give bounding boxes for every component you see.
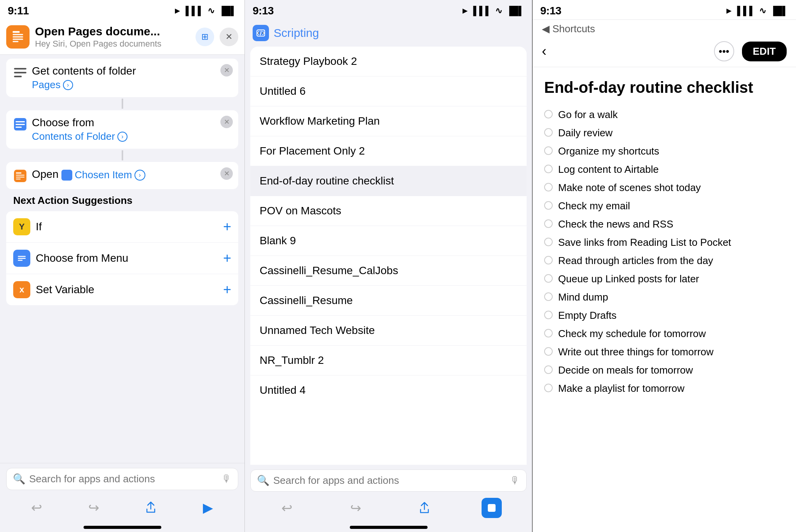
suggestion-choose-menu[interactable]: Choose from Menu + bbox=[6, 243, 238, 274]
status-time-p2: 9:13 bbox=[253, 5, 274, 17]
svg-rect-5 bbox=[14, 68, 26, 70]
close-button[interactable]: ✕ bbox=[220, 28, 238, 46]
file-item-1[interactable]: Untitled 6 bbox=[250, 76, 527, 106]
file-item-9[interactable]: Unnamed Tech Website bbox=[250, 316, 527, 346]
back-button-p3[interactable]: ‹ bbox=[542, 43, 550, 59]
check-circle-4[interactable] bbox=[544, 183, 553, 191]
file-item-2[interactable]: Workflow Marketing Plan bbox=[250, 106, 527, 136]
card-choose-title: Choose from bbox=[32, 116, 231, 129]
status-icons-p1: ► ▌▌▌ ∿ ▐█▌ bbox=[173, 6, 237, 16]
check-circle-14[interactable] bbox=[544, 365, 553, 374]
panel-shortcuts-workflow: 9:11 ► ▌▌▌ ∿ ▐█▌ Open Pages docume... He… bbox=[0, 0, 245, 532]
card-open-title: Open Chosen Item › bbox=[32, 168, 231, 181]
check-circle-12[interactable] bbox=[544, 329, 553, 337]
card-get-contents-subtitle: Pages › bbox=[32, 79, 231, 91]
signal-icon-p1: ▌▌▌ bbox=[185, 6, 204, 16]
location-icon-p1: ► bbox=[173, 6, 182, 16]
share-icon bbox=[145, 501, 157, 514]
check-circle-7[interactable] bbox=[544, 238, 553, 246]
check-circle-0[interactable] bbox=[544, 110, 553, 118]
checklist-item-3: Log content to Airtable bbox=[544, 160, 784, 179]
wifi-icon-p1: ∿ bbox=[208, 6, 215, 16]
share-button-p1[interactable] bbox=[139, 498, 162, 517]
workflow-card-get-contents[interactable]: Get contents of folder Pages › ✕ bbox=[6, 59, 238, 97]
edit-button[interactable]: EDIT bbox=[742, 42, 787, 61]
checklist-item-4: Make note of scenes shot today bbox=[544, 179, 784, 197]
check-circle-15[interactable] bbox=[544, 384, 553, 392]
search-input-p1[interactable] bbox=[29, 473, 218, 485]
mic-icon-p1[interactable]: 🎙 bbox=[222, 473, 232, 485]
add-choose-menu-button[interactable]: + bbox=[223, 250, 231, 266]
suggestion-set-variable[interactable]: x Set Variable + bbox=[6, 274, 238, 305]
check-circle-10[interactable] bbox=[544, 292, 553, 301]
scripting-header: Scripting bbox=[245, 19, 532, 47]
check-circle-6[interactable] bbox=[544, 219, 553, 228]
file-item-5[interactable]: POV on Mascots bbox=[250, 196, 527, 226]
share-button-p2[interactable] bbox=[413, 498, 436, 518]
card-open-close[interactable]: ✕ bbox=[220, 167, 233, 180]
file-item-4[interactable]: End-of-day routine checklist bbox=[250, 166, 527, 196]
pages-icon-svg bbox=[11, 30, 25, 44]
card-choose-close[interactable]: ✕ bbox=[220, 116, 233, 128]
status-bar-p2: 9:13 ► ▌▌▌ ∿ ▐█▌ bbox=[245, 0, 532, 19]
checklist-text-3: Log content to Airtable bbox=[558, 163, 659, 176]
checklist-text-11: Empty Drafts bbox=[558, 309, 616, 322]
card-get-contents-close[interactable]: ✕ bbox=[220, 64, 233, 76]
undo-button-p1[interactable]: ↩ bbox=[25, 498, 48, 517]
check-circle-2[interactable] bbox=[544, 146, 553, 155]
file-item-10[interactable]: NR_Tumblr 2 bbox=[250, 346, 527, 376]
file-item-11[interactable]: Untitled 4 bbox=[250, 376, 527, 405]
play-button-p1[interactable]: ▶ bbox=[196, 498, 220, 517]
file-item-8[interactable]: Cassinelli_Resume bbox=[250, 286, 527, 316]
suggestion-if[interactable]: Y If + bbox=[6, 211, 238, 243]
file-item-6[interactable]: Blank 9 bbox=[250, 226, 527, 256]
check-circle-8[interactable] bbox=[544, 256, 553, 264]
search-bar-p1: 🔍 🎙 bbox=[6, 468, 238, 490]
status-time-p3: 9:13 bbox=[540, 5, 561, 17]
choose-menu-icon bbox=[13, 250, 30, 267]
svg-rect-13 bbox=[16, 172, 21, 174]
scripting-icon-svg bbox=[256, 28, 265, 38]
svg-rect-17 bbox=[18, 256, 26, 257]
search-input-p2[interactable] bbox=[273, 475, 506, 487]
header-title-group: Open Pages docume... Hey Siri, Open Page… bbox=[35, 25, 190, 49]
file-item-3[interactable]: For Placement Only 2 bbox=[250, 136, 527, 166]
mic-icon-p2[interactable]: 🎙 bbox=[510, 475, 520, 487]
checklist-text-6: Check the news and RSS bbox=[558, 218, 673, 230]
panel-file-chooser: 9:13 ► ▌▌▌ ∿ ▐█▌ Scripting Strategy Play… bbox=[245, 0, 532, 532]
workflow-card-open[interactable]: Open Chosen Item › ✕ bbox=[6, 162, 238, 189]
wifi-icon-p2: ∿ bbox=[495, 6, 502, 16]
bottom-toolbar-p2: ↩ ↪ bbox=[245, 495, 532, 523]
check-circle-11[interactable] bbox=[544, 311, 553, 319]
chevron-choose: › bbox=[117, 132, 127, 142]
undo-button-p2[interactable]: ↩ bbox=[275, 498, 298, 518]
menu-icon bbox=[13, 117, 27, 131]
battery-icon-p1: ▐█▌ bbox=[218, 6, 237, 16]
checklist-text-1: Daily review bbox=[558, 127, 613, 139]
check-circle-1[interactable] bbox=[544, 128, 553, 137]
check-circle-3[interactable] bbox=[544, 165, 553, 173]
file-item-7[interactable]: Cassinelli_Resume_CalJobs bbox=[250, 256, 527, 286]
check-circle-13[interactable] bbox=[544, 347, 553, 356]
workflow-card-choose-from[interactable]: Choose from Contents of Folder › ✕ bbox=[6, 110, 238, 149]
svg-rect-2 bbox=[13, 37, 23, 38]
checklist-text-0: Go for a walk bbox=[558, 109, 618, 121]
check-circle-9[interactable] bbox=[544, 274, 553, 283]
checklist-item-8: Read through articles from the day bbox=[544, 252, 784, 270]
suggestion-list: Y If + Choose from Menu + bbox=[6, 211, 238, 305]
ellipsis-button[interactable]: ••• bbox=[714, 41, 734, 61]
header-icon-group: ⊞ ✕ bbox=[196, 28, 238, 46]
stop-button-p2[interactable] bbox=[482, 498, 502, 518]
svg-rect-15 bbox=[16, 177, 24, 177]
redo-button-p2[interactable]: ↪ bbox=[344, 498, 367, 518]
search-icon-p2: 🔍 bbox=[257, 475, 269, 487]
add-if-button[interactable]: + bbox=[223, 219, 231, 235]
checklist-item-14: Decide on meals for tomorrow bbox=[544, 361, 784, 379]
filter-button[interactable]: ⊞ bbox=[196, 28, 214, 46]
add-set-variable-button[interactable]: + bbox=[223, 282, 231, 298]
panel-checklist: 9:13 ► ▌▌▌ ∿ ▐█▌ ◀ Shortcuts ‹ ••• EDIT … bbox=[532, 0, 796, 532]
file-item-0[interactable]: Strategy Playbook 2 bbox=[250, 47, 527, 76]
location-icon-p2: ► bbox=[461, 6, 470, 16]
redo-button-p1[interactable]: ↪ bbox=[82, 498, 105, 517]
check-circle-5[interactable] bbox=[544, 201, 553, 210]
